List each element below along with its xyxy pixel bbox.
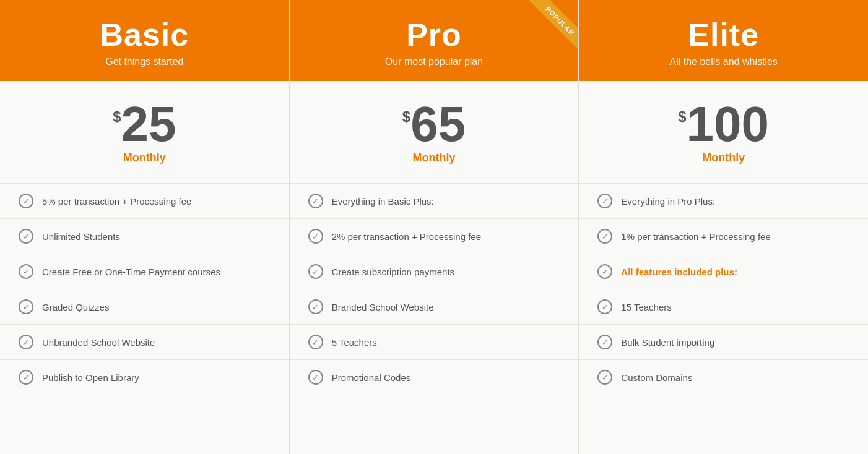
feature-text: Unbranded School Website: [42, 337, 155, 348]
check-icon: ✓: [308, 370, 323, 385]
feature-item: ✓Promotional Codes: [290, 360, 579, 395]
plan-price-number-elite: 100: [687, 100, 769, 149]
check-icon: ✓: [308, 194, 323, 208]
feature-text: 1% per transaction + Processing fee: [621, 231, 770, 242]
plan-features-elite: ✓Everything in Pro Plus:✓1% per transact…: [579, 177, 868, 454]
plan-pricing-elite: $100Monthly: [579, 81, 868, 177]
feature-item: ✓1% per transaction + Processing fee: [579, 219, 868, 254]
check-icon: ✓: [19, 370, 33, 385]
feature-item: ✓Unlimited Students: [0, 219, 289, 254]
check-icon: ✓: [597, 194, 612, 208]
feature-item: ✓All features included plus:: [579, 254, 868, 289]
plan-header-pro: ProOur most popular planPOPULAR: [290, 0, 579, 81]
feature-item: ✓Create subscription payments: [290, 254, 579, 289]
feature-text: All features included plus:: [621, 267, 737, 277]
plan-header-basic: BasicGet things started: [0, 0, 289, 81]
check-icon: ✓: [308, 299, 323, 314]
feature-text: Everything in Basic Plus:: [332, 196, 434, 207]
check-icon: ✓: [19, 299, 33, 314]
feature-text: 2% per transaction + Processing fee: [332, 231, 481, 242]
feature-item: ✓2% per transaction + Processing fee: [290, 219, 579, 254]
check-icon: ✓: [597, 229, 612, 244]
feature-text: Create Free or One-Time Payment courses: [42, 267, 220, 277]
feature-item: ✓Bulk Student importing: [579, 325, 868, 360]
plan-period-basic: Monthly: [12, 152, 277, 165]
feature-item: ✓Everything in Pro Plus:: [579, 183, 868, 219]
check-icon: ✓: [597, 299, 612, 314]
feature-item: ✓15 Teachers: [579, 289, 868, 325]
pricing-table: BasicGet things started$25Monthly✓5% per…: [0, 0, 868, 454]
feature-text: Custom Domains: [621, 372, 692, 383]
plan-period-pro: Monthly: [302, 152, 566, 165]
check-icon: ✓: [308, 335, 323, 349]
plan-currency-basic: $: [113, 108, 121, 126]
feature-item: ✓Custom Domains: [579, 360, 868, 395]
feature-text: Branded School Website: [332, 302, 434, 312]
plan-pro: ProOur most popular planPOPULAR$65Monthl…: [290, 0, 579, 454]
plan-tagline-elite: All the bells and whistles: [591, 56, 856, 67]
feature-text: Bulk Student importing: [621, 337, 714, 348]
plan-pricing-basic: $25Monthly: [0, 81, 289, 177]
feature-text: 15 Teachers: [621, 302, 671, 312]
check-icon: ✓: [597, 335, 612, 349]
feature-item: ✓Graded Quizzes: [0, 289, 289, 325]
plan-price-amount-pro: $65: [302, 100, 566, 149]
plan-period-elite: Monthly: [591, 152, 856, 165]
feature-text: Everything in Pro Plus:: [621, 196, 715, 207]
popular-badge: POPULAR: [516, 0, 578, 62]
feature-text: 5% per transaction + Processing fee: [42, 196, 191, 207]
plan-tagline-basic: Get things started: [12, 56, 277, 67]
feature-text: 5 Teachers: [332, 337, 377, 348]
feature-text: Graded Quizzes: [42, 302, 109, 312]
feature-item: ✓Branded School Website: [290, 289, 579, 325]
plan-basic: BasicGet things started$25Monthly✓5% per…: [0, 0, 290, 454]
feature-text: Create subscription payments: [332, 267, 454, 277]
plan-price-amount-elite: $100: [591, 100, 856, 149]
popular-badge-label: POPULAR: [529, 0, 578, 48]
plan-currency-pro: $: [402, 108, 410, 126]
check-icon: ✓: [19, 229, 33, 244]
plan-elite: EliteAll the bells and whistles$100Month…: [579, 0, 868, 454]
feature-item: ✓Unbranded School Website: [0, 325, 289, 360]
plan-currency-elite: $: [678, 108, 686, 126]
feature-text: Unlimited Students: [42, 231, 120, 242]
plan-name-basic: Basic: [12, 17, 277, 53]
feature-item: ✓5% per transaction + Processing fee: [0, 183, 289, 219]
plan-price-number-pro: 65: [410, 100, 466, 149]
check-icon: ✓: [19, 194, 33, 208]
plan-header-elite: EliteAll the bells and whistles: [579, 0, 868, 81]
feature-item: ✓Create Free or One-Time Payment courses: [0, 254, 289, 289]
plan-price-number-basic: 25: [121, 100, 176, 149]
plan-pricing-pro: $65Monthly: [290, 81, 579, 177]
feature-item: ✓Everything in Basic Plus:: [290, 183, 579, 219]
plan-name-elite: Elite: [591, 17, 856, 53]
plan-features-pro: ✓Everything in Basic Plus:✓2% per transa…: [290, 177, 579, 454]
check-icon: ✓: [597, 264, 612, 279]
check-icon: ✓: [19, 264, 33, 279]
check-icon: ✓: [597, 370, 612, 385]
plan-price-amount-basic: $25: [12, 100, 277, 149]
check-icon: ✓: [308, 264, 323, 279]
feature-item: ✓5 Teachers: [290, 325, 579, 360]
check-icon: ✓: [19, 335, 33, 349]
feature-text: Publish to Open Library: [42, 372, 139, 383]
plan-features-basic: ✓5% per transaction + Processing fee✓Unl…: [0, 177, 289, 454]
check-icon: ✓: [308, 229, 323, 244]
feature-text: Promotional Codes: [332, 372, 411, 383]
feature-item: ✓Publish to Open Library: [0, 360, 289, 395]
